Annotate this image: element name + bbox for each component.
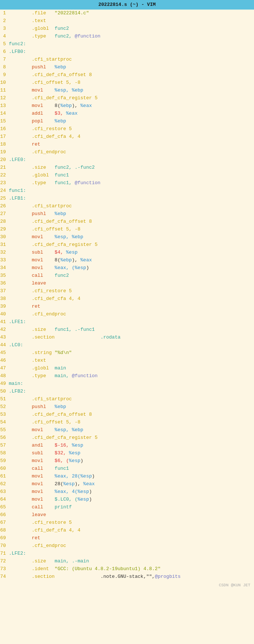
code-line: 27 pushl %ebp <box>0 210 254 218</box>
code-line: 29 .cfi_offset 5, -8 <box>0 226 254 233</box>
line-content: .cfi_startproc <box>9 396 254 403</box>
line-number: 30 <box>0 233 9 241</box>
code-line: 65 call printf <box>0 504 254 511</box>
code-line: 50.LFB2: <box>0 388 254 396</box>
code-line: 2 .text <box>0 17 254 25</box>
line-content: .type func1, @function <box>9 179 254 187</box>
line-number: 25 <box>0 195 9 202</box>
line-content: movl $6, (%esp) <box>9 457 254 465</box>
line-content: movl %esp, %ebp <box>9 233 254 241</box>
code-line: 56 .cfi_def_cfa_register 5 <box>0 434 254 442</box>
line-content: .cfi_def_cfa_offset 8 <box>9 71 254 79</box>
line-content: ret <box>9 141 254 148</box>
code-line: 12 .cfi_def_cfa_register 5 <box>0 94 254 102</box>
line-number: 3 <box>0 25 9 32</box>
line-content: .LFB2: <box>9 388 254 395</box>
code-line: 73 .ident "GCC: (Ubuntu 4.8.2-19ubuntu1)… <box>0 565 254 573</box>
code-line: 1 .file "20222814.c" <box>0 10 254 17</box>
code-line: 47 .globl main <box>0 365 254 372</box>
line-number: 5 <box>0 40 9 48</box>
code-line: 45 .string "%d\n" <box>0 349 254 357</box>
code-line: 15 popl %ebp <box>0 118 254 125</box>
line-content: movl %esp, %ebp <box>9 426 254 434</box>
code-line: 28 .cfi_def_cfa_offset 8 <box>0 218 254 226</box>
line-number: 68 <box>0 527 9 534</box>
line-number: 73 <box>0 565 9 573</box>
line-number: 70 <box>0 542 9 550</box>
code-line: 26 .cfi_startproc <box>0 203 254 210</box>
line-content: .cfi_def_cfa_offset 8 <box>9 218 254 225</box>
line-number: 10 <box>0 79 9 86</box>
line-content: pushl %ebp <box>9 403 254 411</box>
code-line: 37 .cfi_restore 5 <box>0 287 254 295</box>
line-content: .size func2, .-func2 <box>9 164 254 171</box>
code-line: 21 .size func2, .-func2 <box>0 164 254 172</box>
line-number: 72 <box>0 558 9 565</box>
code-line: 38 .cfi_def_cfa 4, 4 <box>0 295 254 303</box>
line-content: andl $-16, %esp <box>9 442 254 449</box>
line-content: .cfi_restore 5 <box>9 519 254 526</box>
code-line: 3 .globl func2 <box>0 25 254 33</box>
line-content: movl %eax, 28(%esp) <box>9 473 254 480</box>
line-content: .cfi_restore 5 <box>9 287 254 295</box>
line-number: 23 <box>0 179 9 187</box>
line-number: 48 <box>0 372 9 380</box>
line-number: 16 <box>0 125 9 133</box>
code-line: 74 .section .note.GNU-stack,"",@progbits <box>0 573 254 581</box>
line-number: 67 <box>0 519 9 526</box>
code-line: 33 movl 8(%ebp), %eax <box>0 257 254 264</box>
line-number: 26 <box>0 203 9 210</box>
line-number: 12 <box>0 94 9 102</box>
line-content: .type main, @function <box>9 372 254 380</box>
code-line: 9 .cfi_def_cfa_offset 8 <box>0 71 254 79</box>
line-number: 45 <box>0 349 9 357</box>
line-content: .cfi_offset 5, -8 <box>9 79 254 86</box>
line-number: 4 <box>0 33 9 40</box>
title-bar: 20222814.s (~) - VIM <box>0 0 254 10</box>
line-number: 46 <box>0 357 9 364</box>
line-content: call func1 <box>9 465 254 472</box>
code-line: 41.LFE1: <box>0 318 254 326</box>
line-content: .cfi_def_cfa_register 5 <box>9 94 254 102</box>
line-content: main: <box>9 380 254 387</box>
line-number: 2 <box>0 17 9 25</box>
window-title: 20222814.s (~) - VIM <box>98 2 156 7</box>
line-content: leave <box>9 511 254 519</box>
line-number: 7 <box>0 56 9 63</box>
line-content: .cfi_offset 5, -8 <box>9 419 254 426</box>
code-line: 55 movl %esp, %ebp <box>0 426 254 434</box>
code-line: 32 subl $4, %esp <box>0 249 254 257</box>
line-content: call printf <box>9 504 254 511</box>
line-number: 14 <box>0 110 9 117</box>
code-line: 30 movl %esp, %ebp <box>0 233 254 241</box>
line-number: 56 <box>0 434 9 441</box>
code-line: 17 .cfi_def_cfa 4, 4 <box>0 133 254 141</box>
line-number: 66 <box>0 511 9 519</box>
line-content: .LC0: <box>9 341 254 349</box>
line-content: func2: <box>9 40 254 48</box>
line-content: .file "20222814.c" <box>9 10 254 17</box>
line-content: addl $3, %eax <box>9 110 254 117</box>
line-content: ret <box>9 303 254 310</box>
code-line: 53 .cfi_def_cfa_offset 8 <box>0 411 254 419</box>
line-content: .LFB0: <box>9 48 254 56</box>
line-number: 33 <box>0 257 9 264</box>
code-line: 67 .cfi_restore 5 <box>0 519 254 527</box>
line-number: 13 <box>0 102 9 110</box>
line-content: .ident "GCC: (Ubuntu 4.8.2-19ubuntu1) 4.… <box>9 565 254 573</box>
code-line: 5func2: <box>0 40 254 48</box>
line-content: .cfi_def_cfa_register 5 <box>9 241 254 248</box>
line-number: 35 <box>0 272 9 279</box>
line-content: .LFE1: <box>9 318 254 326</box>
code-line: 72 .size main, .-main <box>0 558 254 565</box>
line-content: .cfi_restore 5 <box>9 125 254 133</box>
code-line: 71.LFE2: <box>0 550 254 558</box>
code-line: 61 movl %eax, 28(%esp) <box>0 473 254 480</box>
line-number: 15 <box>0 118 9 125</box>
code-line: 14 addl $3, %eax <box>0 110 254 118</box>
code-line: 60 call func1 <box>0 465 254 473</box>
code-container: 1 .file "20222814.c"2 .text3 .globl func… <box>0 10 254 581</box>
line-content: .cfi_endproc <box>9 149 254 156</box>
line-number: 31 <box>0 241 9 248</box>
code-line: 25.LFB1: <box>0 195 254 203</box>
